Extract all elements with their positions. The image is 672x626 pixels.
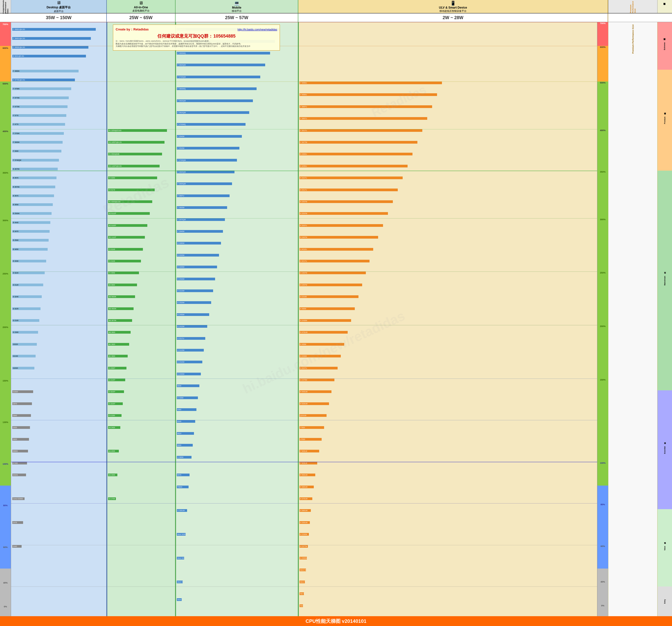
ulv-wattage: 2W ~ 28W <box>298 14 608 22</box>
cpu-g2020: G2020 <box>12 367 34 369</box>
ulv-i3-2357m: i3 2357M <box>299 284 362 286</box>
mob-i7-3610: i7 3610QM <box>177 111 249 114</box>
ulv-i5-560um: i5 560UM <box>299 474 315 476</box>
mob-i3-2330m: i3 2330M <box>177 372 201 375</box>
perf-header: Premium Performance 3114 <box>608 0 657 13</box>
cpu-i3-3220: i3 3220 <box>12 271 45 274</box>
mob-i3-380m: i3 380M <box>177 456 192 459</box>
ulv-i5-2430m: i5 2430M <box>299 319 351 322</box>
ulv-i5-2537m: i5 2537M <box>299 212 388 215</box>
premium-rating: Premium 高品质 <box>657 70 672 171</box>
ulv-i5-380um: i5 380UM <box>299 486 314 488</box>
cpu-g2130: G2130 <box>12 355 35 357</box>
allinone-column: FK 3250@25.8G XS 1055T@4.2G FX 9590@MB X… <box>107 22 175 616</box>
r-pct-40: 40% <box>597 581 608 583</box>
ulv-i7-4550u: i7 4550U <box>299 93 437 96</box>
mob-i7-3720: i7 3720QM <box>177 76 260 78</box>
cpu-corei3e3000: Core2 E3000 <box>12 497 25 500</box>
ulv-subtitle: 移动超低压智能设备平台 <box>439 9 466 13</box>
ulv-i7-4650u: i7 4650U <box>299 81 442 84</box>
info-author: Create by：Retadidas <box>116 27 148 32</box>
mob-i5-2450m: i5 2450M <box>177 313 209 316</box>
pct-40: 40% <box>0 581 11 585</box>
essential-rating: Essential 基本 <box>657 390 672 509</box>
info-url: http://hi.baidu.com/new/retadidas <box>238 28 277 31</box>
cpu-i5-3570k: i5 3570K <box>12 186 55 188</box>
aio-a6-3500: AB 5600K <box>108 295 135 298</box>
aio-a4: A8 3600 <box>108 284 137 286</box>
rating-column: Extreme 极限 Premium 高品质 Mainstream 主流 Ess… <box>657 22 672 616</box>
premium-perf-value: Premium Performance 3114 <box>632 25 634 54</box>
extreme-rating: Extreme 极限 <box>657 22 672 70</box>
r-pct-60: 60% <box>597 545 608 548</box>
ulv-i5-480m: i5 480M <box>299 307 355 310</box>
aio-fx8300: FK 4300@4.9G <box>108 200 152 203</box>
cpu-i9-900: i9 900X@5.5G <box>12 55 86 57</box>
ulv-i7-3687u: i7 3687U <box>299 105 432 108</box>
cpu-i7-4820: i7 3770K@4.5G <box>12 78 75 81</box>
info-note1: 注：500%~700%暂行回展为20%，400%~600%为5%，300%以下行… <box>116 40 277 43</box>
cpu-i7-4765t: i7 2600K <box>12 141 63 144</box>
desktop-title: Desktop 桌面平台 <box>47 5 71 9</box>
mob-i5-2410m: i5 2410M <box>177 325 207 328</box>
aio-fx4300: XE 1110T <box>108 236 145 239</box>
cpu-i7-4770: i7 4770 <box>12 123 65 126</box>
r-pct-600: 600% <box>597 46 608 48</box>
mainstream-rating: Mainstream 主流 <box>657 171 672 390</box>
r-pct-250: 250% <box>597 271 608 274</box>
ulv-i5-2557m: i5 2557M <box>299 200 393 203</box>
ulv-icon: 📱 <box>450 0 456 6</box>
extreme-rating-label: Extreme 极限 <box>664 42 666 50</box>
mob-i7-4800mq: i7 4800MQ <box>177 88 257 90</box>
ulv-i3-3227u: i3 3227U <box>299 367 338 369</box>
info-note2: 数据为多款实测数据加权平均值，由于测试环境差异也可能存在评测差，超频样本标注红色… <box>116 43 277 45</box>
cpu-i5-3330: i5 3330 <box>12 260 46 262</box>
ulv-i7-2677m: i7 2677M <box>299 141 417 144</box>
mob-i7-2820qm: i7 2820QM <box>177 171 235 173</box>
mob-i7-4700mq: i7 4700MQ <box>177 123 245 126</box>
mob-i3-330um: i3 330UM <box>177 509 187 512</box>
aio-e3-2200: A4-4000 <box>108 450 119 453</box>
aio-ab3690: A4-3400 <box>108 426 120 429</box>
ulv-i3-2377m: i3 2377M <box>299 545 308 548</box>
mob-b830: B830 <box>177 384 199 387</box>
info-box: Create by：Retadidas http://hi.baidu.com/… <box>113 25 280 51</box>
mob-i5-430m: i5 430M <box>177 396 198 399</box>
cpu-g440: G440 <box>12 545 22 548</box>
mob-i7-3820: i7 3820QM <box>177 64 265 66</box>
comprehensive-label: Comprehensive performance index <box>2 0 9 14</box>
pct-150: 150% <box>0 379 11 383</box>
mob-atom-n450: Atom N450 <box>177 581 183 583</box>
allinone-icon: 🖥 <box>139 0 143 6</box>
aio-e2-3200: AB-4600K <box>108 307 134 310</box>
ulv-i5-4300u: i5 4300U <box>299 153 412 155</box>
left-axis-header: Comprehensive performance index <box>0 0 11 13</box>
mainstream-rating-label: Mainstream 主流 <box>664 275 666 286</box>
ulv-i5-470um: i5 470UM <box>299 331 348 334</box>
ulv-i5-370um: i5 370UM <box>299 497 312 500</box>
ulv-u7600: U7600 <box>299 438 322 441</box>
mob-i5-3210m: i5 3210M <box>177 289 213 292</box>
aio-i5-2500k: XS 1100T@4.0G <box>108 165 160 167</box>
aio-i5-3470s: FX 8350 <box>108 176 157 179</box>
cpu-i5-3550: i5 3550 <box>12 203 53 206</box>
info-qq-label: 任何建议或意见可加QQ群： <box>158 33 213 39</box>
allinone-subtitle: 桌面电脑机平台 <box>132 9 149 13</box>
ulv-t7600: T7600 <box>299 426 324 429</box>
pct-500: 500% <box>0 81 11 86</box>
rating-header: 性能评级 <box>657 0 672 13</box>
page-wrapper: Comprehensive performance index 🖥 Deskto… <box>0 0 672 626</box>
premium-perf-label: Premium Performance 3114 <box>629 0 636 13</box>
cpu-i5-2500k: i5 2500K <box>12 212 52 215</box>
mobile-wattage: 25W ~ 57W <box>175 14 298 22</box>
cpu-i7-4770k: i7 4770K <box>12 105 68 108</box>
mob-b810: B810 <box>177 432 194 435</box>
cpu-g630: G630 <box>12 426 30 429</box>
y-axis-labels-right: 700% 600% 500% 400% 350% 300% 250% 200% … <box>597 22 608 616</box>
mobile-header: 💻 Mobile 移动平台 <box>175 0 298 13</box>
ulv-i3-3217u: i3 3217U <box>299 260 369 262</box>
ulv-i5-3427u: i5 3427U <box>299 176 403 179</box>
ulv-i7-640lm: i7 640LM <box>299 450 319 453</box>
info-qq: 105654885 <box>213 33 236 39</box>
ulv-i3-330um: i3 330UM <box>299 521 310 524</box>
